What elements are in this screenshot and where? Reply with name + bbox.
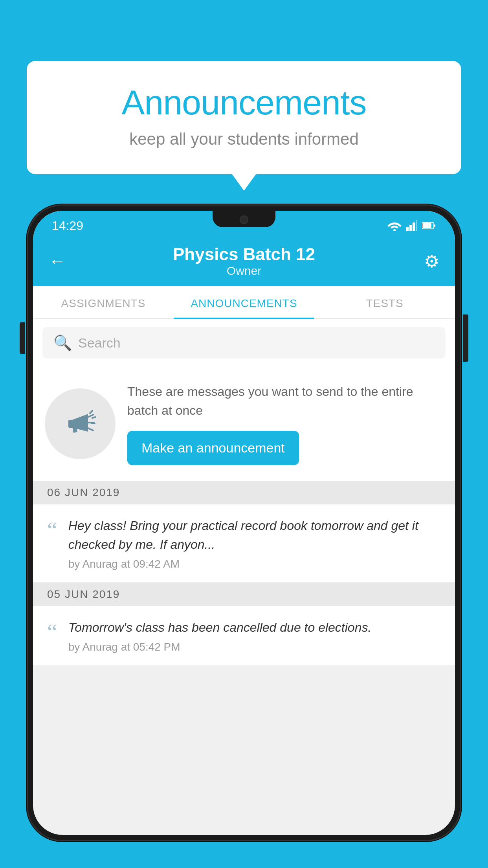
header-subtitle: Owner xyxy=(72,264,416,278)
search-placeholder: Search xyxy=(78,335,121,351)
megaphone-icon xyxy=(62,406,98,441)
back-button[interactable]: ← xyxy=(49,251,72,271)
status-icons xyxy=(387,220,436,231)
svg-rect-3 xyxy=(413,223,415,231)
svg-rect-2 xyxy=(409,225,412,231)
promo-area: These are messages you want to send to t… xyxy=(33,366,455,481)
search-icon: 🔍 xyxy=(53,334,72,351)
battery-icon xyxy=(422,222,436,230)
wifi-icon xyxy=(387,220,402,231)
announcement-item-2[interactable]: “ Tomorrow's class has been cancelled du… xyxy=(33,606,455,666)
svg-point-0 xyxy=(393,229,396,231)
app-header: ← Physics Batch 12 Owner ⚙ xyxy=(33,237,455,286)
announcement-text-2: Tomorrow's class has been cancelled due … xyxy=(68,618,441,637)
svg-rect-1 xyxy=(406,227,409,231)
speech-bubble-container: Announcements keep all your students inf… xyxy=(27,61,461,174)
date-divider-2: 05 JUN 2019 xyxy=(33,583,455,606)
svg-rect-6 xyxy=(434,224,435,227)
tab-assignments[interactable]: ASSIGNMENTS xyxy=(33,286,174,318)
announcement-content-2: Tomorrow's class has been cancelled due … xyxy=(68,618,441,653)
promo-right: These are messages you want to send to t… xyxy=(127,382,443,465)
svg-rect-4 xyxy=(416,220,417,231)
svg-rect-7 xyxy=(423,223,431,228)
make-announcement-button[interactable]: Make an announcement xyxy=(127,431,299,465)
settings-button[interactable]: ⚙ xyxy=(416,251,439,271)
date-divider-1: 06 JUN 2019 xyxy=(33,481,455,504)
svg-line-9 xyxy=(90,411,92,413)
speech-bubble-subtitle: keep all your students informed xyxy=(50,130,438,149)
phone-mockup: 14:29 xyxy=(27,204,461,868)
announcement-content-1: Hey class! Bring your practical record b… xyxy=(68,516,441,570)
speech-bubble: Announcements keep all your students inf… xyxy=(27,61,461,174)
tabs-bar: ASSIGNMENTS ANNOUNCEMENTS TESTS xyxy=(33,286,455,319)
status-time: 14:29 xyxy=(52,219,83,233)
header-title-group: Physics Batch 12 Owner xyxy=(72,245,416,278)
svg-line-10 xyxy=(92,417,95,418)
search-container: 🔍 Search xyxy=(33,319,455,366)
megaphone-icon-circle xyxy=(45,388,116,459)
quote-icon-2: “ xyxy=(47,620,57,643)
search-bar[interactable]: 🔍 Search xyxy=(42,327,446,359)
signal-icon xyxy=(406,220,417,231)
camera xyxy=(240,215,248,224)
announcement-item-1[interactable]: “ Hey class! Bring your practical record… xyxy=(33,504,455,583)
promo-message: These are messages you want to send to t… xyxy=(127,382,443,420)
announcement-meta-2: by Anurag at 05:42 PM xyxy=(68,641,441,653)
speech-bubble-title: Announcements xyxy=(50,83,438,123)
announcement-meta-1: by Anurag at 09:42 AM xyxy=(68,558,441,570)
announcement-text-1: Hey class! Bring your practical record b… xyxy=(68,516,441,554)
tab-tests[interactable]: TESTS xyxy=(314,286,455,318)
notch xyxy=(213,211,275,227)
tab-announcements[interactable]: ANNOUNCEMENTS xyxy=(174,286,314,318)
header-title: Physics Batch 12 xyxy=(72,245,416,264)
phone-outer: 14:29 xyxy=(27,204,461,841)
phone-inner: 14:29 xyxy=(33,211,455,835)
quote-icon-1: “ xyxy=(47,519,57,541)
